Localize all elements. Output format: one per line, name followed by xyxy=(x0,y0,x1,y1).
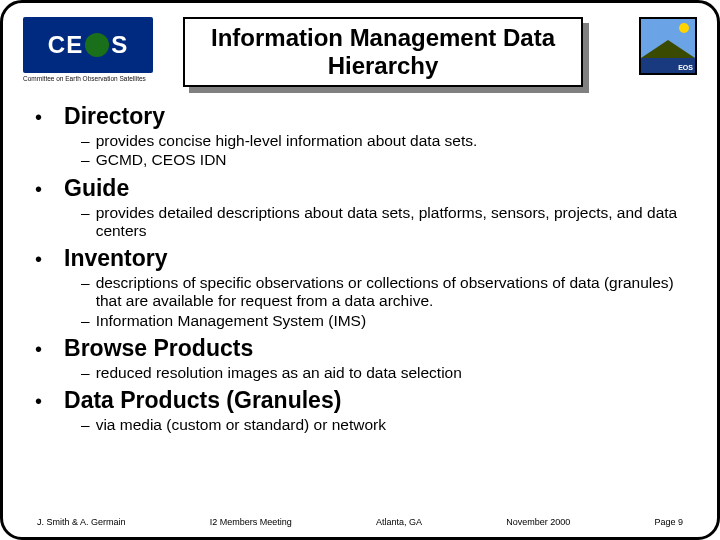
sun-icon xyxy=(679,23,689,33)
body: • Directory –provides concise high-level… xyxy=(23,103,697,435)
sub-text: via media (custom or standard) or networ… xyxy=(96,416,386,434)
list-item: • Data Products (Granules) –via media (c… xyxy=(27,387,697,434)
list-item: • Browse Products –reduced resolution im… xyxy=(27,335,697,382)
bullet-icon: • xyxy=(35,335,42,363)
title-box: Information Management Data Hierarchy xyxy=(183,17,583,87)
dash-icon: – xyxy=(81,312,90,330)
item-head: • Directory xyxy=(27,103,697,131)
item-title: Data Products (Granules) xyxy=(64,387,341,414)
item-title: Directory xyxy=(64,103,165,130)
sub-list: –via media (custom or standard) or netwo… xyxy=(81,416,697,434)
sub-list: –provides detailed descriptions about da… xyxy=(81,204,697,241)
dash-icon: – xyxy=(81,132,90,150)
mountain-icon xyxy=(641,40,695,58)
bullet-icon: • xyxy=(35,103,42,131)
sub-item: –Information Management System (IMS) xyxy=(81,312,697,330)
item-head: • Data Products (Granules) xyxy=(27,387,697,415)
header: CES Committee on Earth Observation Satel… xyxy=(23,17,697,95)
eos-label: EOS xyxy=(678,64,693,71)
item-title: Browse Products xyxy=(64,335,253,362)
footer-authors: J. Smith & A. Germain xyxy=(37,517,126,527)
sub-list: –reduced resolution images as an aid to … xyxy=(81,364,697,382)
bullet-icon: • xyxy=(35,387,42,415)
sub-text: GCMD, CEOS IDN xyxy=(96,151,227,169)
item-title: Guide xyxy=(64,175,129,202)
sky-icon xyxy=(641,19,695,58)
sub-item: –descriptions of specific observations o… xyxy=(81,274,697,311)
bullet-icon: • xyxy=(35,175,42,203)
sub-item: –provides concise high-level information… xyxy=(81,132,697,150)
item-head: • Browse Products xyxy=(27,335,697,363)
sub-item: –GCMD, CEOS IDN xyxy=(81,151,697,169)
earth-icon xyxy=(85,33,109,57)
sub-text: provides concise high-level information … xyxy=(96,132,478,150)
dash-icon: – xyxy=(81,151,90,169)
footer-date: November 2000 xyxy=(506,517,570,527)
dash-icon: – xyxy=(81,274,90,292)
sub-item: –provides detailed descriptions about da… xyxy=(81,204,697,241)
eos-logo: EOS xyxy=(639,17,697,75)
sub-item: –reduced resolution images as an aid to … xyxy=(81,364,697,382)
slide: CES Committee on Earth Observation Satel… xyxy=(0,0,720,540)
footer-meeting: I2 Members Meeting xyxy=(210,517,292,527)
sub-text: provides detailed descriptions about dat… xyxy=(96,204,697,241)
list-item: • Directory –provides concise high-level… xyxy=(27,103,697,170)
sub-item: –via media (custom or standard) or netwo… xyxy=(81,416,697,434)
ceos-logo: CES xyxy=(23,17,153,73)
item-title: Inventory xyxy=(64,245,168,272)
item-head: • Guide xyxy=(27,175,697,203)
dash-icon: – xyxy=(81,416,90,434)
sub-list: –provides concise high-level information… xyxy=(81,132,697,170)
list-item: • Guide –provides detailed descriptions … xyxy=(27,175,697,241)
item-head: • Inventory xyxy=(27,245,697,273)
list-item: • Inventory –descriptions of specific ob… xyxy=(27,245,697,330)
ceos-caption: Committee on Earth Observation Satellite… xyxy=(23,75,146,82)
dash-icon: – xyxy=(81,204,90,222)
sub-text: Information Management System (IMS) xyxy=(96,312,367,330)
sub-list: –descriptions of specific observations o… xyxy=(81,274,697,330)
slide-title: Information Management Data Hierarchy xyxy=(183,17,583,87)
footer-location: Atlanta, GA xyxy=(376,517,422,527)
dash-icon: – xyxy=(81,364,90,382)
footer-page: Page 9 xyxy=(654,517,683,527)
sub-text: reduced resolution images as an aid to d… xyxy=(96,364,462,382)
footer: J. Smith & A. Germain I2 Members Meeting… xyxy=(37,517,683,527)
bullet-icon: • xyxy=(35,245,42,273)
sub-text: descriptions of specific observations or… xyxy=(96,274,697,311)
